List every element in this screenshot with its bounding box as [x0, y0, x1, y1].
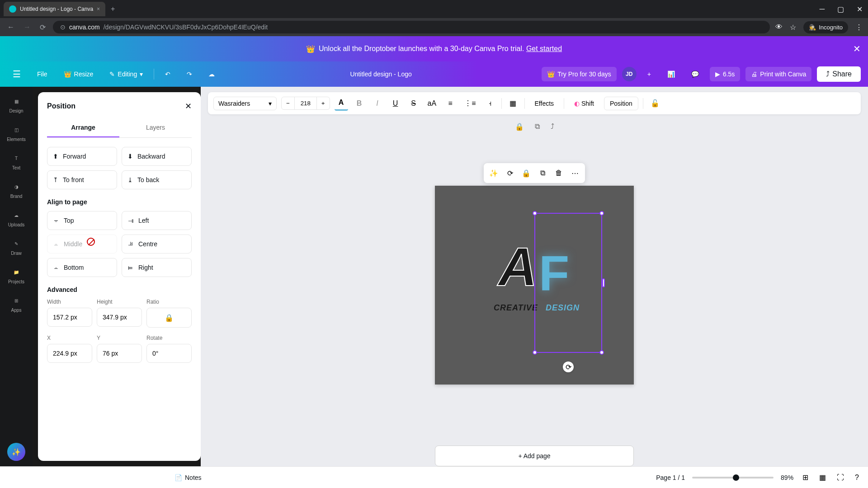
browser-tab[interactable]: Untitled design - Logo - Canva × — [4, 2, 105, 16]
try-pro-button[interactable]: 👑Try Pro for 30 days — [542, 67, 617, 81]
magic-button[interactable]: ✨ — [7, 443, 25, 461]
width-input[interactable] — [47, 308, 92, 327]
user-avatar[interactable]: JD — [622, 67, 637, 81]
page-indicator[interactable]: Page 1 / 1 — [656, 474, 685, 481]
new-tab-button[interactable]: + — [107, 3, 118, 15]
site-info-icon[interactable]: ⊙ — [60, 23, 66, 31]
align-right-button[interactable]: ⫢Right — [122, 258, 192, 277]
resize-handle-tr[interactable] — [599, 211, 604, 216]
panel-close-icon[interactable]: ✕ — [185, 101, 192, 111]
grid-view-icon[interactable]: ⊞ — [801, 471, 810, 483]
fullscreen-icon[interactable]: ⛶ — [835, 472, 846, 483]
cloud-sync-icon[interactable]: ☁ — [203, 67, 220, 81]
bookmark-star-icon[interactable]: ☆ — [790, 23, 796, 32]
to-front-button[interactable]: ⤒To front — [47, 170, 117, 189]
close-tab-icon[interactable]: × — [97, 6, 100, 12]
decrease-font-button[interactable]: − — [282, 97, 294, 109]
canvas-page[interactable]: ✨ ⟳ 🔒 ⧉ 🗑 ⋯ A F CREATIVE DESIGN — [435, 186, 634, 385]
underline-button[interactable]: U — [389, 97, 402, 110]
zoom-slider[interactable] — [692, 477, 774, 479]
notes-button[interactable]: 📄Notes — [175, 474, 202, 481]
add-collaborator-button[interactable]: + — [642, 67, 656, 81]
align-top-button[interactable]: ⫟Top — [47, 211, 117, 230]
file-menu[interactable]: File — [32, 67, 53, 81]
align-left-button[interactable]: ⫣Left — [122, 211, 192, 230]
resize-handle-tl[interactable] — [533, 211, 537, 216]
font-family-dropdown[interactable]: Wasraiders ▾ — [213, 97, 277, 110]
position-button[interactable]: Position — [604, 97, 638, 110]
duplicate-page-icon[interactable]: ⧉ — [532, 120, 542, 134]
nav-design[interactable]: ▦Design — [0, 92, 33, 117]
list-button[interactable]: ⋮≡ — [462, 96, 478, 110]
increase-font-button[interactable]: + — [317, 97, 330, 109]
print-button[interactable]: 🖨 Print with Canva — [745, 67, 811, 81]
tab-arrange[interactable]: Arrange — [47, 118, 119, 137]
comment-icon[interactable]: 💬 — [686, 67, 704, 81]
lock-element-icon[interactable]: 🔒 — [520, 167, 533, 179]
add-page-button[interactable]: + Add page — [435, 446, 634, 466]
banner-close-icon[interactable]: ✕ — [853, 43, 861, 54]
thumbnail-view-icon[interactable]: ▦ — [817, 471, 828, 483]
browser-menu-icon[interactable]: ⋮ — [855, 23, 863, 32]
duration-button[interactable]: ▶ 6.5s — [710, 67, 740, 81]
help-icon[interactable]: ? — [853, 472, 861, 483]
close-window-icon[interactable]: ✕ — [855, 3, 864, 15]
page-lock-icon[interactable]: 🔒 — [512, 120, 527, 134]
nav-uploads[interactable]: ☁Uploads — [0, 206, 33, 231]
minimize-window-icon[interactable]: ─ — [818, 3, 826, 15]
export-page-icon[interactable]: ⤴ — [548, 120, 557, 134]
effects-button[interactable]: Effects — [529, 97, 560, 110]
eye-off-icon[interactable]: 👁 — [775, 23, 783, 31]
nav-draw[interactable]: ✎Draw — [0, 235, 33, 259]
magic-edit-icon[interactable]: ✨ — [487, 167, 500, 179]
forward-button[interactable]: → — [22, 21, 33, 33]
resize-button[interactable]: 👑Resize — [58, 67, 99, 81]
duplicate-element-icon[interactable]: ⧉ — [536, 167, 549, 179]
nav-elements[interactable]: ◫Elements — [0, 121, 33, 145]
delete-element-icon[interactable]: 🗑 — [552, 167, 565, 179]
editing-mode-dropdown[interactable]: ✎Editing▾ — [104, 67, 148, 81]
undo-button[interactable]: ↶ — [160, 67, 176, 81]
ratio-lock-button[interactable]: 🔒 — [146, 308, 192, 328]
menu-button[interactable]: ☰ — [7, 65, 26, 83]
font-size-input[interactable] — [294, 97, 317, 109]
lock-button[interactable]: 🔓 — [648, 96, 662, 110]
zoom-level[interactable]: 89% — [781, 474, 793, 481]
selection-box[interactable]: ⟳ — [534, 213, 602, 353]
transparency-button[interactable]: ▦ — [506, 96, 520, 110]
back-button[interactable]: ← — [5, 21, 16, 33]
redo-button[interactable]: ↷ — [181, 67, 198, 81]
align-bottom-button[interactable]: ⫠Bottom — [47, 258, 117, 277]
maximize-window-icon[interactable]: ▢ — [835, 3, 846, 15]
reload-button[interactable]: ⟳ — [38, 21, 47, 33]
resize-handle-bl[interactable] — [533, 350, 537, 355]
text-align-button[interactable]: ≡ — [443, 97, 457, 110]
nav-brand[interactable]: ◑Brand — [0, 178, 33, 202]
banner-cta-link[interactable]: Get started — [526, 45, 562, 52]
document-title[interactable]: Untitled design - Logo — [226, 70, 536, 78]
resize-handle-right[interactable] — [602, 278, 605, 287]
spacing-button[interactable]: ⫞ — [483, 97, 497, 110]
italic-button[interactable]: I — [371, 97, 384, 110]
text-case-button[interactable]: aA — [425, 97, 439, 110]
to-back-button[interactable]: ⤓To back — [122, 170, 192, 189]
forward-button[interactable]: ⬆Forward — [47, 147, 117, 166]
bold-button[interactable]: B — [353, 97, 366, 110]
share-button[interactable]: ⤴ Share — [817, 66, 861, 82]
backward-button[interactable]: ⬇Backward — [122, 147, 192, 166]
rotate-input[interactable] — [146, 344, 192, 363]
more-options-icon[interactable]: ⋯ — [569, 167, 581, 179]
text-color-button[interactable]: A — [335, 96, 348, 111]
rotate-sync-icon[interactable]: ⟳ — [504, 167, 516, 179]
resize-handle-br[interactable] — [599, 350, 604, 355]
zoom-slider-thumb[interactable] — [733, 474, 739, 481]
strikethrough-button[interactable]: S — [407, 97, 420, 110]
nav-apps[interactable]: ⊞Apps — [0, 291, 33, 316]
height-input[interactable] — [97, 308, 142, 327]
y-input[interactable] — [97, 344, 142, 363]
address-bar[interactable]: ⊙ canva.com/design/DAGVwdNCKVU/3sBF0dvJx… — [53, 21, 770, 33]
x-input[interactable] — [47, 344, 92, 363]
tab-layers[interactable]: Layers — [119, 118, 192, 137]
analytics-icon[interactable]: 📊 — [662, 67, 680, 81]
rotate-handle[interactable]: ⟳ — [563, 361, 574, 372]
